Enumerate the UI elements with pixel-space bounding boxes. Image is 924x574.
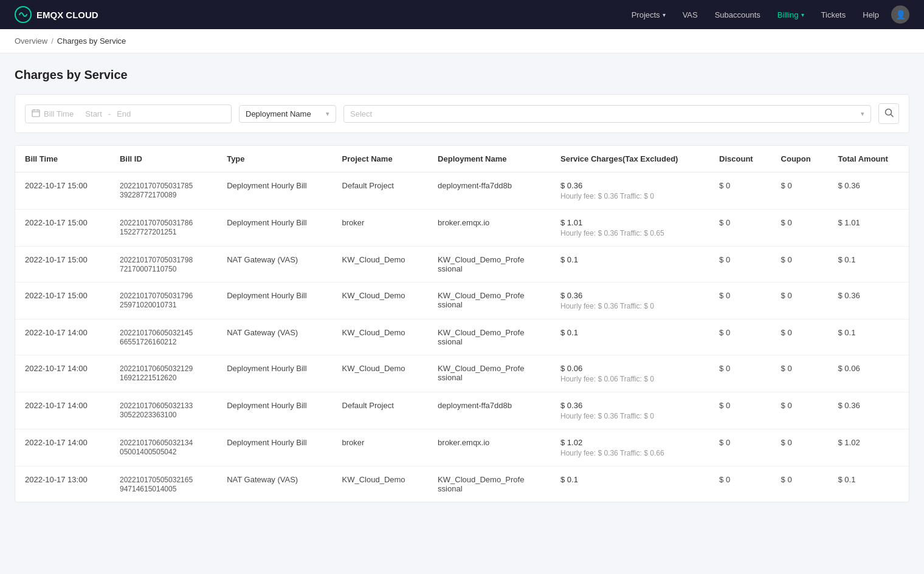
nav-subaccounts[interactable]: Subaccounts xyxy=(715,10,760,19)
cell-bill-id: 20221017060503213330522023363100 xyxy=(110,392,217,429)
table-row: 2022-10-17 14:00 20221017060503212916921… xyxy=(15,355,909,392)
cell-total: $ 0.06 xyxy=(828,355,909,392)
cell-bill-id: 20221017060503214566551726160212 xyxy=(110,319,217,355)
search-icon xyxy=(884,108,894,119)
cell-project-name: Default Project xyxy=(333,173,429,210)
deployment-select[interactable]: Select ▾ xyxy=(343,105,871,123)
cell-coupon: $ 0 xyxy=(771,429,829,466)
breadcrumb-separator: / xyxy=(51,36,53,46)
cell-discount: $ 0 xyxy=(709,466,771,502)
cell-deployment-name: deployment-ffa7dd8b xyxy=(428,173,551,210)
logo-text: EMQX CLOUD xyxy=(36,10,98,20)
table-header-row: Bill Time Bill ID Type Project Name Depl… xyxy=(15,146,909,173)
col-bill-id: Bill ID xyxy=(110,146,217,173)
nav-vas[interactable]: VAS xyxy=(683,10,698,19)
cell-service-charge: $ 0.36 Hourly fee: $ 0.36 Traffic: $ 0 xyxy=(551,392,709,429)
calendar-icon xyxy=(32,109,40,119)
date-range-dash: - xyxy=(108,109,111,118)
cell-discount: $ 0 xyxy=(709,319,771,355)
cell-deployment-name: deployment-ffa7dd8b xyxy=(428,392,551,429)
cell-service-charge: $ 0.1 xyxy=(551,466,709,502)
select-caret-icon: ▾ xyxy=(861,110,864,118)
cell-service-charge: $ 0.36 Hourly fee: $ 0.36 Traffic: $ 0 xyxy=(551,173,709,210)
cell-project-name: broker xyxy=(333,210,429,247)
projects-caret-icon: ▾ xyxy=(663,12,666,18)
cell-bill-id: 20221017050503216594714615014005 xyxy=(110,466,217,502)
cell-type: NAT Gateway (VAS) xyxy=(217,466,332,502)
cell-discount: $ 0 xyxy=(709,210,771,247)
cell-total: $ 1.02 xyxy=(828,429,909,466)
cell-total: $ 0.1 xyxy=(828,247,909,282)
cell-project-name: Default Project xyxy=(333,392,429,429)
cell-service-charge: $ 0.06 Hourly fee: $ 0.06 Traffic: $ 0 xyxy=(551,355,709,392)
cell-bill-time: 2022-10-17 14:00 xyxy=(15,392,110,429)
cell-bill-time: 2022-10-17 13:00 xyxy=(15,466,110,502)
cell-coupon: $ 0 xyxy=(771,319,829,355)
cell-type: Deployment Hourly Bill xyxy=(217,392,332,429)
cell-bill-time: 2022-10-17 15:00 xyxy=(15,282,110,319)
col-deployment-name: Deployment Name xyxy=(428,146,551,173)
page-container: Charges by Service Bill Time Start - End… xyxy=(0,53,924,573)
cell-coupon: $ 0 xyxy=(771,247,829,282)
end-placeholder: End xyxy=(117,109,131,118)
cell-total: $ 0.1 xyxy=(828,466,909,502)
page-title: Charges by Service xyxy=(15,68,909,82)
cell-bill-id: 20221017070503178539228772170089 xyxy=(110,173,217,210)
cell-project-name: KW_Cloud_Demo xyxy=(333,282,429,319)
cell-bill-time: 2022-10-17 14:00 xyxy=(15,319,110,355)
bill-time-filter[interactable]: Bill Time Start - End xyxy=(25,104,232,123)
breadcrumb-current: Charges by Service xyxy=(57,36,126,46)
deployment-dropdown-caret-icon: ▾ xyxy=(326,110,329,118)
cell-discount: $ 0 xyxy=(709,173,771,210)
cell-deployment-name: KW_Cloud_Demo_Professional xyxy=(428,355,551,392)
cell-discount: $ 0 xyxy=(709,429,771,466)
avatar[interactable]: 👤 xyxy=(891,5,909,24)
cell-deployment-name: KW_Cloud_Demo_Professional xyxy=(428,247,551,282)
cell-type: Deployment Hourly Bill xyxy=(217,173,332,210)
logo[interactable]: EMQX CLOUD xyxy=(15,6,98,23)
cell-discount: $ 0 xyxy=(709,392,771,429)
col-type: Type xyxy=(217,146,332,173)
cell-type: Deployment Hourly Bill xyxy=(217,429,332,466)
breadcrumb-parent[interactable]: Overview xyxy=(15,36,47,46)
cell-coupon: $ 0 xyxy=(771,355,829,392)
cell-discount: $ 0 xyxy=(709,355,771,392)
cell-bill-time: 2022-10-17 15:00 xyxy=(15,173,110,210)
cell-bill-id: 20221017070503179625971020010731 xyxy=(110,282,217,319)
select-placeholder: Select xyxy=(350,109,861,118)
cell-type: Deployment Hourly Bill xyxy=(217,355,332,392)
cell-total: $ 1.01 xyxy=(828,210,909,247)
cell-bill-id: 20221017060503212916921221512620 xyxy=(110,355,217,392)
cell-bill-time: 2022-10-17 15:00 xyxy=(15,210,110,247)
nav-help[interactable]: Help xyxy=(863,10,879,19)
cell-type: NAT Gateway (VAS) xyxy=(217,319,332,355)
cell-service-charge: $ 0.1 xyxy=(551,247,709,282)
cell-project-name: broker xyxy=(333,429,429,466)
cell-total: $ 0.1 xyxy=(828,319,909,355)
start-placeholder: Start xyxy=(85,109,102,118)
cell-coupon: $ 0 xyxy=(771,173,829,210)
cell-deployment-name: KW_Cloud_Demo_Professional xyxy=(428,282,551,319)
charges-table: Bill Time Bill ID Type Project Name Depl… xyxy=(15,145,909,502)
table-row: 2022-10-17 14:00 20221017060503214566551… xyxy=(15,319,909,355)
cell-service-charge: $ 1.02 Hourly fee: $ 0.36 Traffic: $ 0.6… xyxy=(551,429,709,466)
cell-total: $ 0.36 xyxy=(828,282,909,319)
nav-projects[interactable]: Projects ▾ xyxy=(632,10,666,19)
cell-bill-id: 20221017060503213405001400505042 xyxy=(110,429,217,466)
cell-bill-time: 2022-10-17 15:00 xyxy=(15,247,110,282)
table-row: 2022-10-17 15:00 20221017070503178539228… xyxy=(15,173,909,210)
nav-tickets[interactable]: Tickets xyxy=(821,10,846,19)
cell-deployment-name: KW_Cloud_Demo_Professional xyxy=(428,319,551,355)
cell-coupon: $ 0 xyxy=(771,466,829,502)
cell-project-name: KW_Cloud_Demo xyxy=(333,247,429,282)
deployment-name-dropdown[interactable]: Deployment Name ▾ xyxy=(239,105,336,123)
bill-time-label: Bill Time xyxy=(44,109,74,118)
search-button[interactable] xyxy=(878,103,899,124)
nav-links: Projects ▾ VAS Subaccounts Billing ▾ Tic… xyxy=(632,10,879,19)
cell-bill-time: 2022-10-17 14:00 xyxy=(15,355,110,392)
cell-type: Deployment Hourly Bill xyxy=(217,210,332,247)
svg-rect-1 xyxy=(32,110,40,117)
nav-billing[interactable]: Billing ▾ xyxy=(777,10,804,19)
cell-total: $ 0.36 xyxy=(828,173,909,210)
cell-deployment-name: KW_Cloud_Demo_Professional xyxy=(428,466,551,502)
